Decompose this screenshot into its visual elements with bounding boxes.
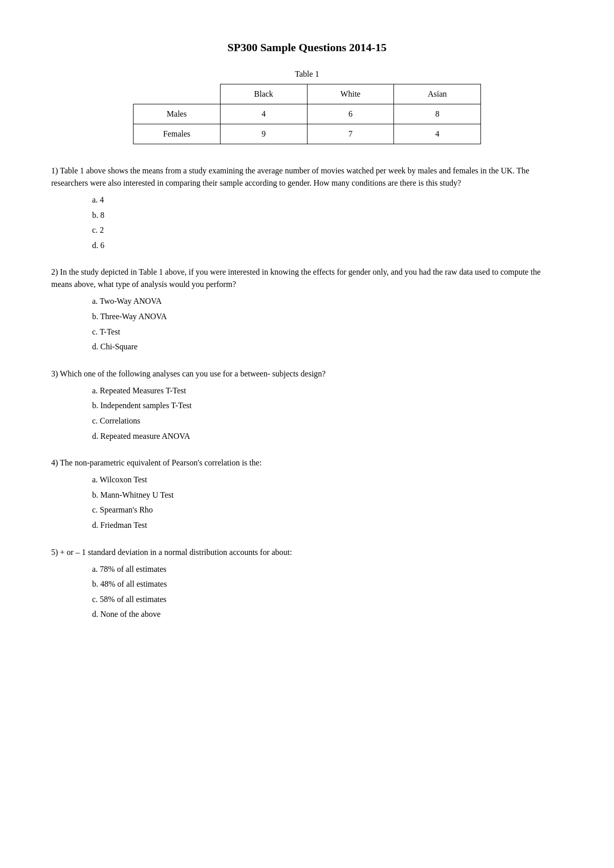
question-5-option-2: b. 48% of all estimates (92, 577, 563, 591)
question-4-option-2: b. Mann-Whitney U Test (92, 488, 563, 502)
question-3-option-1: a. Repeated Measures T-Test (92, 384, 563, 397)
question-3-option-2: b. Independent samples T-Test (92, 399, 563, 412)
question-1-option-4: d. 6 (92, 239, 563, 252)
question-2-text: 2) In the study depicted in Table 1 abov… (51, 266, 563, 291)
table-header-row: Black White Asian (134, 84, 481, 104)
question-4-option-4: d. Friedman Test (92, 519, 563, 532)
question-3-option-3: c. Correlations (92, 414, 563, 428)
question-4-option-1: a. Wilcoxon Test (92, 473, 563, 486)
question-5: 5) + or – 1 standard deviation in a norm… (51, 546, 563, 621)
question-4-option-3: c. Spearman's Rho (92, 503, 563, 517)
question-5-options: a. 78% of all estimatesb. 48% of all est… (51, 563, 563, 621)
question-2-option-3: c. T-Test (92, 325, 563, 339)
question-3: 3) Which one of the following analyses c… (51, 368, 563, 442)
question-5-text: 5) + or – 1 standard deviation in a norm… (51, 546, 563, 559)
table-row-males: Males 4 6 8 (134, 104, 481, 124)
table-header-black: Black (220, 84, 307, 104)
table-label: Table 1 (51, 70, 563, 79)
row-label-females: Females (134, 124, 221, 144)
cell-males-black: 4 (220, 104, 307, 124)
question-5-option-3: c. 58% of all estimates (92, 593, 563, 606)
question-4-text: 4) The non-parametric equivalent of Pear… (51, 457, 563, 469)
cell-males-asian: 8 (394, 104, 481, 124)
table-row-females: Females 9 7 4 (134, 124, 481, 144)
question-3-options: a. Repeated Measures T-Testb. Independen… (51, 384, 563, 442)
question-1-option-1: a. 4 (92, 193, 563, 207)
question-1: 1) Table 1 above shows the means from a … (51, 165, 563, 252)
question-2-option-2: b. Three-Way ANOVA (92, 310, 563, 323)
table-header-white: White (307, 84, 394, 104)
question-4-options: a. Wilcoxon Testb. Mann-Whitney U Testc.… (51, 473, 563, 531)
table-empty-header (134, 84, 221, 104)
question-5-option-1: a. 78% of all estimates (92, 563, 563, 576)
cell-females-asian: 4 (394, 124, 481, 144)
question-2: 2) In the study depicted in Table 1 abov… (51, 266, 563, 353)
question-1-text: 1) Table 1 above shows the means from a … (51, 165, 563, 189)
question-1-option-3: c. 2 (92, 224, 563, 237)
question-1-option-2: b. 8 (92, 209, 563, 222)
page-title: SP300 Sample Questions 2014-15 (51, 41, 563, 54)
questions-section: 1) Table 1 above shows the means from a … (51, 165, 563, 621)
question-5-option-4: d. None of the above (92, 608, 563, 621)
question-2-option-4: d. Chi-Square (92, 340, 563, 353)
question-4: 4) The non-parametric equivalent of Pear… (51, 457, 563, 531)
cell-females-black: 9 (220, 124, 307, 144)
data-table: Black White Asian Males 4 6 8 Females 9 … (133, 84, 481, 144)
question-2-options: a. Two-Way ANOVAb. Three-Way ANOVAc. T-T… (51, 295, 563, 353)
row-label-males: Males (134, 104, 221, 124)
cell-females-white: 7 (307, 124, 394, 144)
question-3-text: 3) Which one of the following analyses c… (51, 368, 563, 380)
cell-males-white: 6 (307, 104, 394, 124)
table-header-asian: Asian (394, 84, 481, 104)
question-1-options: a. 4b. 8c. 2d. 6 (51, 193, 563, 252)
question-2-option-1: a. Two-Way ANOVA (92, 295, 563, 308)
question-3-option-4: d. Repeated measure ANOVA (92, 430, 563, 443)
